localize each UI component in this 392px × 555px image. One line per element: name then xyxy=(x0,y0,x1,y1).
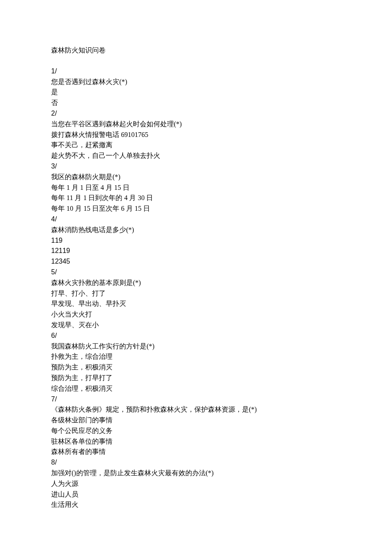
question-block: 5/森林火灾扑救的基本原则是(*)打早、打小、打了早发现、早出动、早扑灭小火当大… xyxy=(51,267,341,331)
document-title: 森林防火知识问卷 xyxy=(51,45,341,56)
question-block: 7/《森林防火条例》规定，预防和扑救森林火灾，保护森林资源，是(*)各级林业部门… xyxy=(51,394,341,458)
question-option: 趁火势不大，自己一个人单独去扑火 xyxy=(51,151,341,161)
question-number: 6/ xyxy=(51,331,341,341)
question-option: 12345 xyxy=(51,256,341,267)
question-option: 综合治理，积极消灭 xyxy=(51,384,341,394)
question-block: 8/加强对()的管理，是防止发生森林火灾最有效的办法(*)人为火源进山人员生活用… xyxy=(51,457,341,510)
question-option: 是 xyxy=(51,87,341,98)
question-text: 我区的森林防火期是(*) xyxy=(51,172,341,183)
question-number: 3/ xyxy=(51,161,341,172)
question-number: 4/ xyxy=(51,214,341,225)
question-number: 8/ xyxy=(51,457,341,468)
question-option: 每个公民应尽的义务 xyxy=(51,426,341,436)
question-option: 扑救为主，综合治理 xyxy=(51,352,341,362)
question-option: 预防为主，打早打了 xyxy=(51,373,341,384)
question-text: 加强对()的管理，是防止发生森林火灾最有效的办法(*) xyxy=(51,468,341,479)
question-block: 3/我区的森林防火期是(*)每年 1 月 1 日至 4 月 15 日每年 11 … xyxy=(51,161,341,214)
question-option: 人为火源 xyxy=(51,479,341,489)
question-text: 您是否遇到过森林火灾(*) xyxy=(51,77,341,87)
question-option: 小火当大火打 xyxy=(51,309,341,320)
question-option: 早发现、早出动、早扑灭 xyxy=(51,299,341,309)
question-block: 4/森林消防热线电话是多少(*)1191211912345 xyxy=(51,214,341,267)
question-text: 《森林防火条例》规定，预防和扑救森林火灾，保护森林资源，是(*) xyxy=(51,404,341,415)
question-number: 1/ xyxy=(51,66,341,77)
question-option: 驻林区各单位的事情 xyxy=(51,436,341,447)
question-option: 发现早、灭在小 xyxy=(51,320,341,331)
question-number: 7/ xyxy=(51,394,341,405)
question-number: 5/ xyxy=(51,267,341,278)
question-option: 森林所有者的事情 xyxy=(51,447,341,457)
question-text: 当您在平谷区遇到森林起火时会如何处理(*) xyxy=(51,119,341,130)
question-option: 12119 xyxy=(51,246,341,256)
document-page: 森林防火知识问卷 1/您是否遇到过森林火灾(*)是否2/当您在平谷区遇到森林起火… xyxy=(0,0,392,555)
question-text: 我国森林防火工作实行的方针是(*) xyxy=(51,341,341,352)
question-block: 6/我国森林防火工作实行的方针是(*)扑救为主，综合治理预防为主，积极消灭预防为… xyxy=(51,331,341,394)
question-block: 2/当您在平谷区遇到森林起火时会如何处理(*)拨打森林火情报警电话 691017… xyxy=(51,108,341,161)
question-option: 各级林业部门的事情 xyxy=(51,415,341,426)
question-option: 进山人员 xyxy=(51,489,341,500)
question-option: 每年 1 月 1 日至 4 月 15 日 xyxy=(51,183,341,193)
question-text: 森林火灾扑救的基本原则是(*) xyxy=(51,278,341,288)
question-option: 生活用火 xyxy=(51,500,341,510)
question-option: 每年 10 月 15 日至次年 6 月 15 日 xyxy=(51,203,341,214)
question-option: 每年 11 月 1 日到次年的 4 月 30 日 xyxy=(51,193,341,203)
question-option: 119 xyxy=(51,235,341,246)
question-option: 事不关己，赶紧撤离 xyxy=(51,140,341,151)
question-text: 森林消防热线电话是多少(*) xyxy=(51,225,341,235)
question-option: 否 xyxy=(51,98,341,108)
question-block: 1/您是否遇到过森林火灾(*)是否 xyxy=(51,66,341,108)
question-number: 2/ xyxy=(51,108,341,119)
questions-container: 1/您是否遇到过森林火灾(*)是否2/当您在平谷区遇到森林起火时会如何处理(*)… xyxy=(51,66,341,510)
question-option: 打早、打小、打了 xyxy=(51,288,341,299)
question-option: 拨打森林火情报警电话 69101765 xyxy=(51,130,341,140)
question-option: 预防为主，积极消灭 xyxy=(51,362,341,373)
